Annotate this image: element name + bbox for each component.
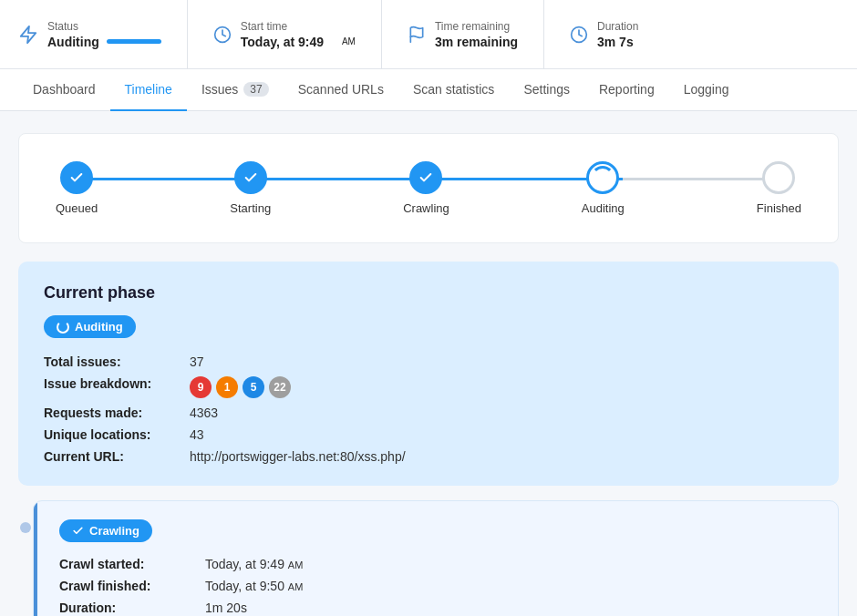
badge-critical: 9 [190,376,212,398]
step-label-crawling: Crawling [403,201,449,215]
step-label-auditing: Auditing [582,201,625,215]
time-remaining-section: Time remaining 3m remaining [382,0,544,68]
duration-info: Duration 3m 7s [597,20,638,49]
crawling-card-inner: Crawling Crawl started: Today, at 9:49 A… [37,501,838,616]
tab-logging[interactable]: Logging [669,69,744,111]
issues-badge: 37 [243,82,268,97]
issue-breakdown-label: Issue breakdown: [44,376,190,398]
crawling-card-col: Crawling Crawl started: Today, at 9:49 A… [33,500,839,616]
tab-dashboard[interactable]: Dashboard [18,69,110,111]
start-time-value: Today, at 9:49 AM [241,35,356,49]
duration-section: Duration 3m 7s [544,0,664,68]
step-circle-crawling [409,161,442,194]
badge-low: 22 [269,376,291,398]
time-remaining-info: Time remaining 3m remaining [435,20,518,49]
svg-marker-0 [21,26,36,42]
badge-high: 1 [216,376,238,398]
crawling-phase-card: Crawling Crawl started: Today, at 9:49 A… [33,500,839,616]
auditing-spinner [57,321,69,334]
step-circle-auditing [586,161,619,194]
step-circle-finished [762,161,795,194]
step-queued: Queued [56,161,98,215]
step-circle-queued [60,161,93,194]
crawl-started-label: Crawl started: [59,557,205,571]
crawl-finished-label: Crawl finished: [59,579,205,593]
header: Status Auditing Start time Today, at 9:4… [0,0,857,69]
crawl-duration-value: 1m 20s [205,601,816,615]
timeline-steps: Queued Starting Crawling Auditin [56,161,801,215]
requests-made-value: 4363 [190,406,813,420]
tab-scanned-urls[interactable]: Scanned URLs [284,69,398,111]
time-remaining-label: Time remaining [435,20,518,33]
step-label-starting: Starting [230,201,271,215]
step-label-finished: Finished [757,201,801,215]
status-label: Status [47,20,161,33]
phase-dot-col [18,500,33,533]
crawl-finished-value: Today, at 9:50 AM [205,579,816,593]
time-remaining-value: 3m remaining [435,35,518,49]
main-content: Queued Starting Crawling Auditin [0,111,857,616]
start-time-section: Start time Today, at 9:49 AM [188,0,382,68]
step-circle-starting [234,161,267,194]
crawl-duration-label: Duration: [59,601,205,615]
current-phase-title: Current phase [44,283,813,303]
auditing-badge: Auditing [44,315,136,338]
status-value: Auditing [47,35,161,49]
step-label-queued: Queued [56,201,98,215]
duration-clock-icon [570,26,588,44]
requests-made-label: Requests made: [44,406,190,420]
tab-settings[interactable]: Settings [509,69,584,111]
issue-breakdown-badges: 9 1 5 22 [190,376,813,398]
flag-icon [408,26,426,44]
total-issues-value: 37 [190,354,813,369]
step-finished: Finished [757,161,801,215]
current-phase-card: Current phase Auditing Total issues: 37 … [18,262,839,486]
step-starting: Starting [230,161,271,215]
status-progress-bar [107,39,161,44]
start-time-label: Start time [241,20,356,33]
status-icon [18,25,38,45]
duration-value: 3m 7s [597,35,638,49]
step-auditing: Auditing [582,161,625,215]
crawling-dot [20,522,31,533]
phase-details: Total issues: 37 Issue breakdown: 9 1 5 … [44,354,813,464]
current-url-value: http://portswigger-labs.net:80/xss.php/ [190,449,813,464]
unique-locations-label: Unique locations: [44,427,190,442]
total-issues-label: Total issues: [44,354,190,369]
badge-medium: 5 [243,376,264,398]
tab-issues[interactable]: Issues 37 [187,69,284,111]
current-url-label: Current URL: [44,449,190,464]
status-info: Status Auditing [47,20,161,49]
timeline-section: Queued Starting Crawling Auditin [18,133,839,243]
tab-reporting[interactable]: Reporting [584,69,669,111]
tab-scan-statistics[interactable]: Scan statistics [398,69,509,111]
crawl-started-value: Today, at 9:49 AM [205,557,816,571]
crawling-phase-row: Crawling Crawl started: Today, at 9:49 A… [18,500,839,616]
step-crawling: Crawling [403,161,449,215]
clock-icon [213,26,232,44]
nav-tabs: Dashboard Timeline Issues 37 Scanned URL… [0,69,857,111]
start-time-info: Start time Today, at 9:49 AM [241,20,356,49]
crawling-details: Crawl started: Today, at 9:49 AM Crawl f… [59,557,816,616]
unique-locations-value: 43 [190,427,813,442]
crawling-badge: Crawling [59,519,152,542]
status-section: Status Auditing [18,0,188,68]
crawling-check-icon [72,525,84,537]
tab-timeline[interactable]: Timeline [110,69,187,111]
duration-label: Duration [597,20,638,33]
